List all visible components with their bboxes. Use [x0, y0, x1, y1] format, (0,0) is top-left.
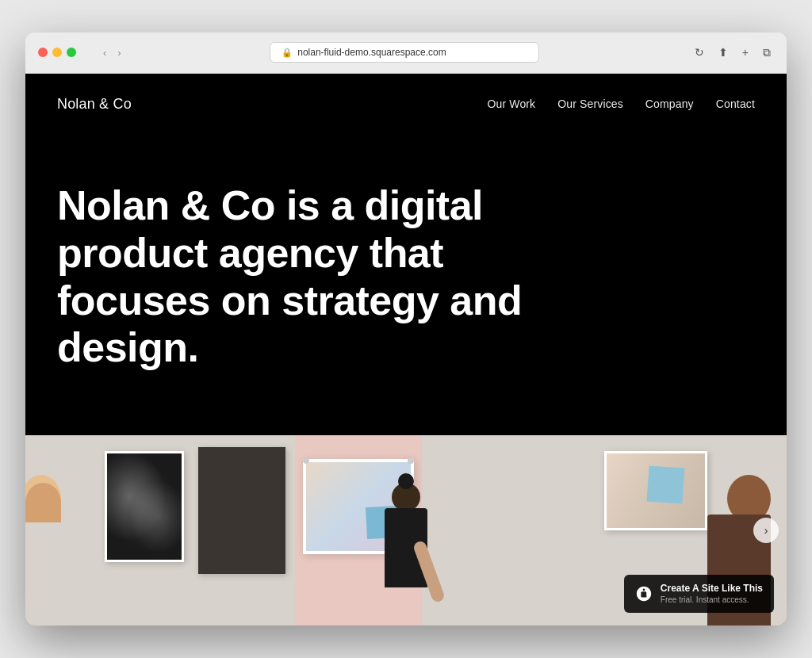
nav-link-our-services[interactable]: Our Services: [557, 98, 623, 110]
browser-window: ‹ › 🔒 nolan-fluid-demo.squarespace.com ↻…: [25, 33, 787, 625]
share-button[interactable]: ⬆: [715, 44, 731, 60]
traffic-light-maximize[interactable]: [67, 48, 76, 57]
new-tab-button[interactable]: +: [739, 44, 752, 60]
nav-link-our-work[interactable]: Our Work: [488, 98, 536, 110]
site-nav: Nolan & Co Our Work Our Services Company…: [25, 74, 787, 135]
back-button[interactable]: ‹: [100, 45, 109, 60]
browser-action-buttons: ↻ ⬆ + ⧉: [691, 44, 774, 61]
floral-artwork: [107, 453, 182, 560]
photo-scene: › Create A Site Like This Free trial. In…: [25, 435, 787, 625]
browser-navigation-controls: ‹ ›: [89, 45, 124, 60]
nav-link-company[interactable]: Company: [645, 98, 694, 110]
forward-button[interactable]: ›: [114, 45, 124, 60]
nav-item-our-work[interactable]: Our Work: [488, 97, 536, 111]
url-text: nolan-fluid-demo.squarespace.com: [297, 47, 446, 58]
person-hair-bun: [398, 473, 414, 489]
arrow-icon: ›: [764, 524, 768, 537]
person-head-left: [25, 483, 61, 522]
slideshow-next-arrow[interactable]: ›: [753, 518, 779, 543]
reload-button[interactable]: ↻: [691, 44, 707, 60]
squarespace-badge-subtitle: Free trial. Instant access.: [661, 595, 763, 605]
artwork-inner-1: [107, 453, 182, 560]
sticky-note-2: [646, 466, 684, 504]
website-content: Nolan & Co Our Work Our Services Company…: [25, 74, 787, 625]
nav-link-contact[interactable]: Contact: [716, 98, 755, 110]
squarespace-badge[interactable]: Create A Site Like This Free trial. Inst…: [624, 575, 774, 614]
nav-item-company[interactable]: Company: [645, 97, 694, 111]
artwork-frame-1: [105, 451, 184, 562]
lock-icon: 🔒: [282, 48, 293, 58]
image-section: › Create A Site Like This Free trial. In…: [25, 435, 787, 625]
artwork-frame-2: [198, 447, 285, 574]
address-bar-container: 🔒 nolan-fluid-demo.squarespace.com: [134, 42, 676, 63]
nav-item-contact[interactable]: Contact: [716, 97, 755, 111]
window-icon-button[interactable]: [89, 51, 95, 54]
person-center: [374, 483, 438, 625]
person-torso: [385, 508, 427, 587]
address-bar[interactable]: 🔒 nolan-fluid-demo.squarespace.com: [270, 42, 539, 63]
duplicate-button[interactable]: ⧉: [760, 44, 774, 61]
browser-chrome: ‹ › 🔒 nolan-fluid-demo.squarespace.com ↻…: [25, 33, 787, 74]
hero-section: Nolan & Co is a digital product agency t…: [25, 135, 787, 435]
nav-item-our-services[interactable]: Our Services: [557, 97, 623, 111]
partial-person-left: [25, 467, 73, 625]
squarespace-badge-title: Create A Site Like This: [661, 583, 763, 595]
hero-headline: Nolan & Co is a digital product agency t…: [57, 182, 549, 372]
traffic-light-close[interactable]: [38, 48, 48, 57]
person-head-center: [392, 483, 420, 511]
traffic-lights: [38, 48, 76, 57]
squarespace-logo-icon: [635, 585, 653, 603]
site-logo[interactable]: Nolan & Co: [57, 96, 132, 113]
traffic-light-minimize[interactable]: [52, 48, 62, 57]
squarespace-badge-text: Create A Site Like This Free trial. Inst…: [661, 583, 763, 606]
nav-links-list: Our Work Our Services Company Contact: [488, 97, 756, 111]
